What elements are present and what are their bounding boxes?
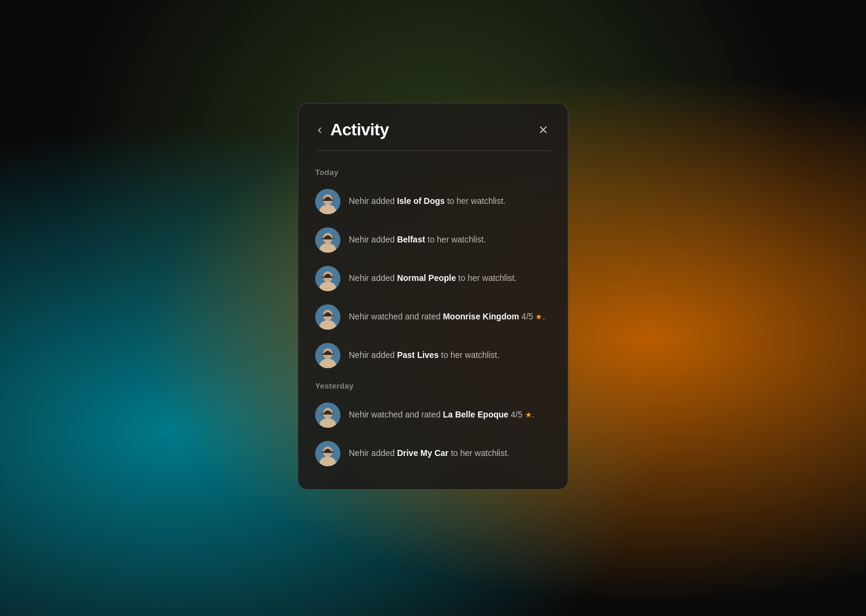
activity-text: Nehir watched and rated Moonrise Kingdom… (349, 310, 545, 323)
modal-body: Today (298, 151, 568, 489)
list-item: Nehir watched and rated La Belle Epoque … (315, 396, 551, 434)
back-button[interactable]: ‹ (315, 123, 324, 137)
list-item: Nehir added Normal People to her watchli… (315, 260, 551, 297)
film-title: Isle of Dogs (397, 196, 444, 206)
list-item: Nehir added Drive My Car to her watchlis… (315, 435, 551, 472)
activity-text: Nehir added Belfast to her watchlist. (349, 233, 486, 246)
avatar (315, 402, 340, 428)
section-today-label: Today (315, 168, 551, 177)
section-yesterday-label: Yesterday (315, 381, 551, 390)
list-item: Nehir added Belfast to her watchlist. (315, 221, 551, 259)
section-yesterday: Yesterday (315, 381, 551, 472)
avatar (315, 227, 340, 253)
avatar (315, 304, 340, 330)
avatar (315, 189, 340, 214)
avatar (315, 441, 340, 466)
avatar (315, 266, 340, 291)
film-title: La Belle Epoque (443, 410, 508, 419)
activity-text: Nehir watched and rated La Belle Epoque … (349, 408, 535, 421)
modal-overlay: ‹ Activity ✕ Today (0, 0, 866, 616)
star-icon: ★ (535, 312, 542, 321)
film-title: Past Lives (397, 350, 438, 360)
close-button[interactable]: ✕ (536, 122, 551, 138)
modal-title: Activity (330, 120, 388, 140)
today-activity-list: Nehir added Isle of Dogs to her watchlis… (315, 183, 551, 374)
activity-text: Nehir added Isle of Dogs to her watchlis… (349, 195, 506, 208)
film-title: Belfast (397, 235, 425, 244)
star-icon: ★ (525, 410, 532, 419)
activity-text: Nehir added Past Lives to her watchlist. (349, 349, 500, 362)
film-title: Drive My Car (397, 448, 449, 458)
header-left: ‹ Activity (315, 120, 388, 140)
activity-text: Nehir added Normal People to her watchli… (349, 272, 517, 285)
film-title: Moonrise Kingdom (443, 312, 519, 321)
section-today: Today (315, 168, 551, 374)
activity-modal: ‹ Activity ✕ Today (298, 103, 568, 490)
modal-header: ‹ Activity ✕ (298, 103, 568, 140)
activity-text: Nehir added Drive My Car to her watchlis… (349, 447, 509, 460)
list-item: Nehir watched and rated Moonrise Kingdom… (315, 298, 551, 336)
film-title: Normal People (397, 273, 456, 283)
avatar (315, 343, 340, 368)
list-item: Nehir added Isle of Dogs to her watchlis… (315, 183, 551, 220)
list-item: Nehir added Past Lives to her watchlist. (315, 337, 551, 374)
yesterday-activity-list: Nehir watched and rated La Belle Epoque … (315, 396, 551, 472)
